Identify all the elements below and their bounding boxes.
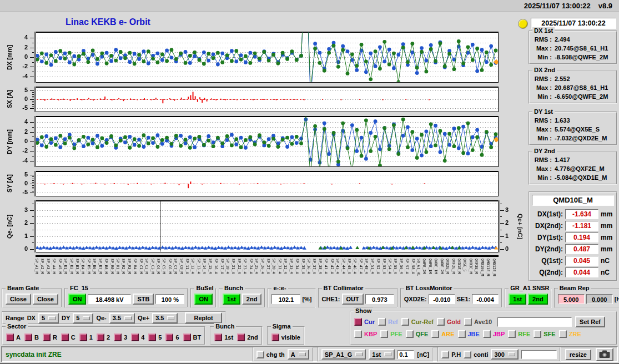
- checkbox-icon[interactable]: [380, 330, 388, 338]
- group-beam-rep-title: Beam Rep: [558, 285, 591, 291]
- sigma-option-visible[interactable]: visible: [271, 333, 300, 341]
- checkbox-icon[interactable]: [437, 318, 445, 326]
- beam-rep-value-display: 5.000: [558, 294, 585, 304]
- range-dx-dropdown[interactable]: 5: [38, 313, 59, 323]
- checkbox-icon[interactable]: [431, 330, 439, 338]
- show-option-sfe[interactable]: SFE: [534, 330, 555, 338]
- monitor-row-unit: mm: [601, 245, 614, 253]
- range-qe--dropdown[interactable]: 3.5: [109, 313, 135, 323]
- show-option-are[interactable]: ARE: [431, 330, 454, 338]
- checkbox-icon[interactable]: [24, 333, 32, 341]
- sector-option-c[interactable]: C: [61, 333, 76, 341]
- checkbox-icon[interactable]: [508, 330, 516, 338]
- resize-button[interactable]: resize: [565, 349, 591, 360]
- bunch-select-group: Bunch1st2nd: [210, 326, 262, 345]
- range-bar: RangeDX5DY5Qe-3.5Qe+3.5Replot: [2, 311, 226, 325]
- sector-option-r[interactable]: R: [43, 333, 57, 341]
- range-dy-dropdown[interactable]: 5: [73, 313, 93, 323]
- sector-option-a[interactable]: A: [6, 333, 21, 341]
- dropdown-indicator-icon: [355, 352, 363, 356]
- checkbox-icon[interactable]: [401, 318, 409, 326]
- checkbox-icon[interactable]: [61, 333, 69, 341]
- qe-ytick-right: 1: [505, 232, 517, 239]
- chg-th-dropdown[interactable]: A: [288, 349, 309, 360]
- show-option-label: RFE: [518, 331, 530, 337]
- checkbox-icon[interactable]: [165, 333, 173, 341]
- beam-gate-close-button[interactable]: Close: [6, 294, 31, 305]
- ph-checkbox[interactable]: P.H: [441, 351, 461, 358]
- range-qe+-dropdown[interactable]: 3.5: [152, 313, 178, 323]
- show-option-cur-ref[interactable]: Cur-Ref: [401, 318, 434, 326]
- checkbox-icon[interactable]: [464, 351, 471, 358]
- checkbox-icon[interactable]: [483, 330, 491, 338]
- checkbox-icon[interactable]: [43, 333, 51, 341]
- sector-option-6[interactable]: 6: [165, 333, 179, 341]
- sector-option-2[interactable]: 2: [97, 333, 110, 341]
- busel-on-button[interactable]: ON: [194, 294, 213, 305]
- bt-collimator-out-button[interactable]: OUT: [342, 294, 364, 305]
- sp-bunch-dropdown[interactable]: 1st: [369, 349, 395, 360]
- checkbox-icon[interactable]: [354, 318, 362, 326]
- show-option-rfe[interactable]: RFE: [508, 330, 530, 338]
- screenshot-button[interactable]: [596, 348, 613, 361]
- sector-option-bt[interactable]: BT: [183, 333, 202, 341]
- bunch-state-1st-button[interactable]: 1st: [223, 294, 240, 305]
- checkbox-icon[interactable]: [148, 333, 156, 341]
- extra-input[interactable]: [521, 350, 557, 359]
- checkbox-icon[interactable]: [378, 318, 386, 326]
- show-option-pfe[interactable]: PFE: [380, 330, 402, 338]
- checkbox-icon[interactable]: [214, 333, 222, 341]
- chg-th-checkbox[interactable]: chg th: [256, 351, 285, 358]
- sector-option-4[interactable]: 4: [131, 333, 144, 341]
- bunch-state-2nd-button[interactable]: 2nd: [242, 294, 262, 305]
- threshold-input[interactable]: [397, 350, 414, 359]
- checkbox-icon[interactable]: [237, 333, 245, 341]
- checkbox-icon[interactable]: [256, 351, 264, 358]
- x-label: SP_44_4: [341, 259, 346, 274]
- checkbox-icon[interactable]: [464, 318, 472, 326]
- show-option-jbe[interactable]: JBE: [458, 330, 480, 338]
- show-option-cur[interactable]: Cur: [354, 318, 375, 326]
- checkbox-icon[interactable]: [354, 330, 362, 338]
- checkbox-icon[interactable]: [97, 333, 104, 341]
- fc15-on-button[interactable]: ON: [68, 294, 87, 305]
- sector-option-1[interactable]: 1: [79, 333, 93, 341]
- checkbox-icon[interactable]: [406, 330, 414, 338]
- set-ref-input[interactable]: [497, 317, 572, 327]
- checkbox-icon[interactable]: [114, 333, 122, 341]
- x-label: SP_R3_M: [127, 259, 132, 274]
- camera-icon: [599, 350, 610, 358]
- set-ref-button[interactable]: Set Ref: [575, 316, 605, 327]
- checkbox-icon[interactable]: [441, 351, 449, 358]
- checkbox-icon[interactable]: [534, 330, 541, 338]
- points-dropdown[interactable]: 300: [491, 349, 518, 360]
- checkbox-icon[interactable]: [131, 333, 139, 341]
- checkbox-icon[interactable]: [6, 333, 14, 341]
- replot-button[interactable]: Replot: [185, 312, 222, 323]
- bunch-select-option-1st[interactable]: 1st: [214, 333, 233, 341]
- checkbox-icon[interactable]: [183, 333, 191, 341]
- fc15-stb-button[interactable]: STB: [133, 294, 154, 305]
- show-option-gold[interactable]: Gold: [437, 318, 461, 326]
- sector-option-5[interactable]: 5: [148, 333, 162, 341]
- bunch-select-option-2nd[interactable]: 2nd: [237, 333, 258, 341]
- gr-a1-snsr-1st-button[interactable]: 1st: [509, 294, 526, 305]
- checkbox-icon[interactable]: [271, 333, 279, 341]
- beam-gate-close-button[interactable]: Close: [33, 294, 58, 305]
- sp-monitor-dropdown[interactable]: SP_A1_G: [321, 349, 366, 360]
- show-option-ref[interactable]: Ref: [378, 318, 398, 326]
- gr-a1-snsr-2nd-button[interactable]: 2nd: [528, 294, 548, 305]
- show-option-zre[interactable]: ZRE: [559, 330, 581, 338]
- dy-plot-canvas: [28, 116, 506, 167]
- checkbox-icon[interactable]: [79, 333, 87, 341]
- show-option-ave10[interactable]: Ave10: [464, 318, 492, 326]
- show-option-jbp[interactable]: JBP: [483, 330, 505, 338]
- checkbox-icon[interactable]: [559, 330, 567, 338]
- sector-option-3[interactable]: 3: [114, 333, 127, 341]
- show-option-kbp[interactable]: KBP: [354, 330, 377, 338]
- sector-option-b[interactable]: B: [24, 333, 39, 341]
- show-option-qfe[interactable]: QFE: [406, 330, 429, 338]
- qe-plot-canvas: [28, 200, 506, 252]
- conti-checkbox[interactable]: conti: [464, 351, 488, 358]
- checkbox-icon[interactable]: [458, 330, 466, 338]
